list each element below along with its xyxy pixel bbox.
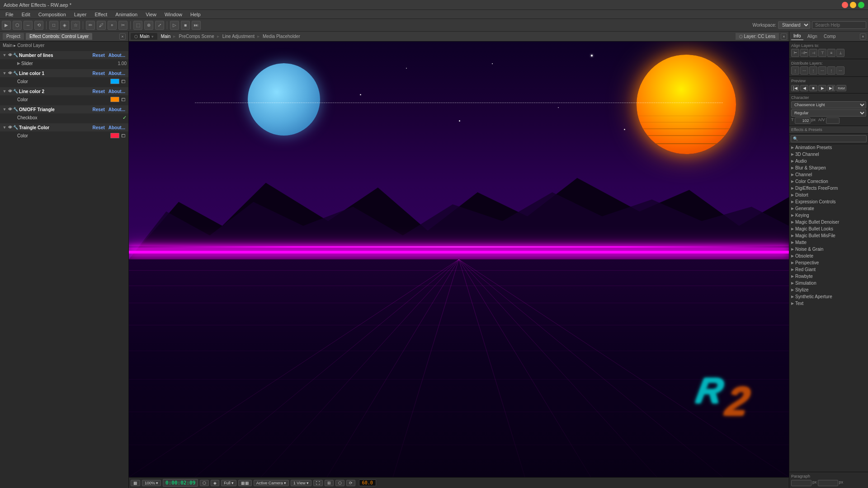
effect-about-4[interactable]: About...: [107, 107, 127, 112]
color-picker-1[interactable]: ⧠: [120, 79, 127, 84]
preview-step-back[interactable]: ◀: [800, 85, 808, 91]
effect-cat-matte[interactable]: ▶Matte: [789, 239, 868, 246]
color-picker-2[interactable]: ⧠: [120, 97, 127, 102]
menu-file[interactable]: File: [2, 11, 17, 18]
menu-view[interactable]: View: [142, 11, 160, 18]
workspace-dropdown[interactable]: Standard: [778, 21, 810, 29]
vp-btn-snap[interactable]: ⛶: [313, 480, 323, 486]
comp-sub-precomps[interactable]: PreComps Scene: [177, 34, 216, 39]
effect-cat-perspective[interactable]: ▶Perspective: [789, 259, 868, 266]
right-tab-align[interactable]: Align: [805, 33, 820, 40]
align-btn-center-v[interactable]: ≡: [827, 49, 835, 57]
vp-view-mode[interactable]: 1 View ▾: [291, 480, 311, 486]
effect-cat-synthetic-aperture[interactable]: ▶Synthetic Aperture: [789, 293, 868, 300]
toolbar-btn-7[interactable]: ☆: [71, 21, 80, 30]
vp-timecode[interactable]: 0:00:02:09: [163, 479, 198, 487]
color-swatch-2[interactable]: [110, 97, 119, 102]
effect-cat-channel[interactable]: ▶Channel: [789, 171, 868, 178]
effect-vis-4[interactable]: 👁: [8, 107, 12, 112]
effect-cat-distort[interactable]: ▶Distort: [789, 192, 868, 198]
effect-toggle-4[interactable]: ▼: [2, 107, 7, 112]
left-panel-close[interactable]: ×: [119, 33, 126, 40]
effect-toggle-3[interactable]: ▼: [2, 89, 7, 94]
comp-close-btn[interactable]: ×: [781, 33, 787, 40]
vp-res-btn[interactable]: ▦▦: [238, 480, 252, 486]
toolbar-btn-2[interactable]: ⬡: [13, 21, 22, 30]
effects-search-input[interactable]: [791, 135, 867, 142]
effect-cat-magic-bullet-denoiser[interactable]: ▶Magic Bullet Denoiser: [789, 219, 868, 225]
effect-lock-2[interactable]: 🔧: [13, 71, 18, 75]
menu-window[interactable]: Window: [161, 11, 186, 18]
align-btn-center-h[interactable]: ⊣⊢: [800, 49, 808, 57]
dist-btn-4[interactable]: ⋯: [818, 66, 826, 75]
help-search-input[interactable]: [812, 21, 866, 29]
toolbar-btn-1[interactable]: ▶: [2, 21, 11, 30]
effect-cat-red-giant[interactable]: ▶Red Giant: [789, 266, 868, 273]
effect-about-1[interactable]: About...: [107, 53, 127, 58]
effect-cat-expression-controls[interactable]: ▶Expression Controls: [789, 198, 868, 205]
comp-sub-line-adj[interactable]: Line Adjustment: [221, 34, 256, 39]
para-input-1[interactable]: [791, 480, 811, 486]
color-swatch-1[interactable]: [110, 79, 119, 84]
maximize-button[interactable]: [858, 2, 864, 8]
toolbar-btn-fwd[interactable]: ⏭: [192, 21, 201, 30]
toolbar-btn-11[interactable]: ✂: [118, 21, 127, 30]
tab-project[interactable]: Project: [3, 33, 24, 40]
effect-cat-magic-bullet-misfire[interactable]: ▶Magic Bullet MisFile: [789, 232, 868, 239]
font-name-select[interactable]: Chaosence Light: [791, 101, 866, 108]
dist-btn-6[interactable]: ⋯: [836, 66, 844, 75]
comp-sub-main[interactable]: Main: [159, 34, 173, 39]
checkbox-value[interactable]: ✓: [123, 115, 127, 121]
toolbar-btn-10[interactable]: ⌖: [108, 21, 117, 30]
comp-tab-main[interactable]: ⬡ Main ▾: [131, 33, 157, 40]
vp-camera-mode[interactable]: Active Camera ▾: [254, 480, 289, 486]
align-btn-right[interactable]: ⊣: [809, 49, 817, 57]
effect-toggle-1[interactable]: ▼: [2, 52, 7, 58]
vp-camera-btn[interactable]: ⬡: [200, 480, 209, 486]
effect-lock-5[interactable]: 🔧: [13, 125, 18, 130]
preview-ram[interactable]: RAM: [836, 85, 846, 91]
preview-play[interactable]: ▶: [818, 85, 826, 91]
toolbar-btn-play[interactable]: ▷: [170, 21, 179, 30]
effect-cat-digieffects-freeform[interactable]: ▶DigiEffects FreeForm: [789, 185, 868, 192]
effect-cat-3d-channel[interactable]: ▶3D Channel: [789, 151, 868, 158]
font-size-input[interactable]: [795, 117, 811, 124]
effect-reset-1[interactable]: Reset: [91, 53, 106, 58]
toolbar-btn-3[interactable]: ↔: [24, 21, 33, 30]
toolbar-btn-stop[interactable]: ■: [181, 21, 190, 30]
preview-skip-fwd[interactable]: ▶|: [827, 85, 835, 91]
align-btn-left[interactable]: ⊢: [791, 49, 799, 57]
menu-composition[interactable]: Composition: [35, 11, 70, 18]
menu-effect[interactable]: Effect: [91, 11, 111, 18]
comp-tab-main-arrow[interactable]: ▾: [151, 34, 154, 39]
effect-reset-3[interactable]: Reset: [91, 89, 106, 94]
vp-btn-menu[interactable]: ▦: [131, 480, 140, 486]
effect-cat-simulation[interactable]: ▶Simulation: [789, 280, 868, 286]
toolbar-btn-8[interactable]: ✏: [86, 21, 95, 30]
effect-reset-4[interactable]: Reset: [91, 107, 106, 112]
effect-lock-3[interactable]: 🔧: [13, 89, 18, 94]
preview-stop[interactable]: ■: [809, 85, 817, 91]
effect-cat-audio[interactable]: ▶Audio: [789, 158, 868, 164]
effect-toggle-2[interactable]: ▼: [2, 70, 7, 76]
toolbar-btn-6[interactable]: ◈: [60, 21, 69, 30]
color-swatch-triangle[interactable]: [110, 133, 119, 138]
effect-about-3[interactable]: About...: [107, 89, 127, 94]
menu-edit[interactable]: Edit: [18, 11, 34, 18]
menu-animation[interactable]: Animation: [112, 11, 141, 18]
effect-cat-text[interactable]: ▶Text: [789, 300, 868, 307]
vp-quality-select[interactable]: Full ▾: [221, 480, 236, 486]
font-tracking-input[interactable]: [826, 117, 840, 124]
effect-lock-4[interactable]: 🔧: [13, 107, 18, 112]
effect-reset-2[interactable]: Reset: [91, 71, 106, 76]
viewport[interactable]: R 2: [129, 42, 789, 477]
dist-btn-5[interactable]: ⋮: [827, 66, 835, 75]
effect-cat-color-correction[interactable]: ▶Color Correction: [789, 178, 868, 185]
menu-help[interactable]: Help: [187, 11, 204, 18]
toolbar-btn-5[interactable]: □: [49, 21, 58, 30]
preview-skip-back[interactable]: |◀: [791, 85, 799, 91]
vp-render-btn[interactable]: ◈: [211, 480, 219, 486]
close-button[interactable]: [842, 2, 848, 8]
vp-zoom-select[interactable]: 100% ▾: [142, 480, 161, 486]
font-style-select[interactable]: Regular: [791, 109, 866, 117]
